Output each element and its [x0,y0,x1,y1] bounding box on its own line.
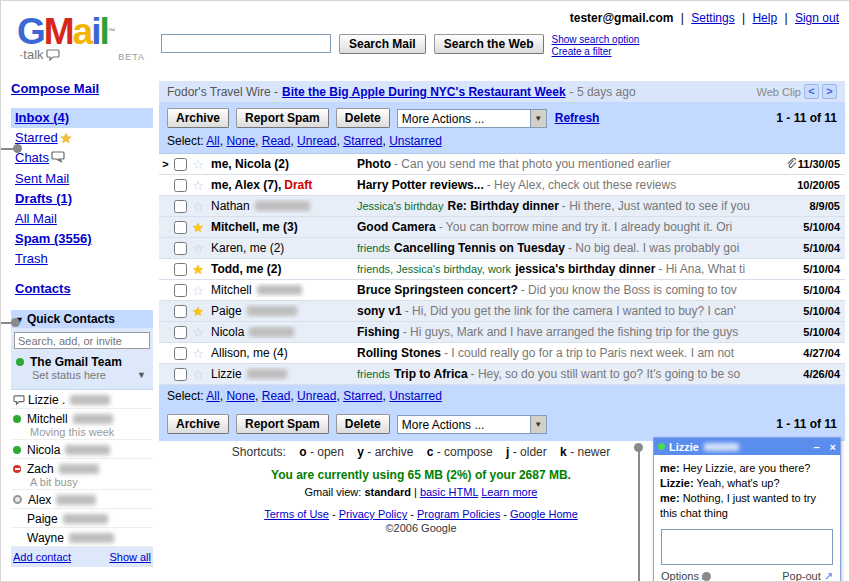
email-row[interactable]: ☆ Karen, me (2) friendsCancelling Tennis… [159,238,845,259]
compose-mail-link[interactable]: Compose Mail [11,81,99,96]
contacts-link[interactable]: Contacts [15,281,71,296]
star-toggle-icon[interactable]: ★ [189,220,207,235]
email-row[interactable]: > ☆ me, Nicola (2) Photo- Can you send m… [159,154,845,175]
delete-button[interactable]: Delete [336,108,390,128]
star-toggle-icon[interactable]: ☆ [189,283,207,298]
contact-row-wayne[interactable]: Wayne [11,528,153,547]
delete-button[interactable]: Delete [336,414,390,434]
star-toggle-icon[interactable]: ☆ [189,346,207,361]
report-spam-button[interactable]: Report Spam [236,414,329,434]
archive-button[interactable]: Archive [167,108,229,128]
sidebar-item-inbox[interactable]: Inbox (4) [11,108,153,128]
star-toggle-icon[interactable]: ★ [189,262,207,277]
sender: Mitchell [211,283,252,297]
sidebar-item-chats[interactable]: Chats [11,148,153,169]
webclip-next-button[interactable]: > [822,84,837,99]
sidebar-item-drafts[interactable]: Drafts (1) [11,189,153,209]
row-checkbox[interactable] [174,263,187,276]
help-link[interactable]: Help [752,11,777,25]
star-toggle-icon[interactable]: ★ [189,304,207,319]
chat-options-button[interactable]: Options ▸ [661,570,708,582]
row-checkbox[interactable] [174,305,187,318]
show-all-link[interactable]: Show all [109,551,151,563]
email-row[interactable]: ★ Paige sony v1- Hi, Did you get the lin… [159,301,845,322]
email-row[interactable]: ☆ Mitchell Bruce Springsteen concert?- D… [159,280,845,301]
webclip-link[interactable]: Bite the Big Apple During NYC's Restaura… [282,85,566,99]
select-unstarred-link[interactable]: Unstarred [389,134,442,148]
row-checkbox[interactable] [174,347,187,360]
sidebar-item-starred[interactable]: Starred★ [11,128,153,148]
row-checkbox[interactable] [174,158,187,171]
email-row[interactable]: ☆ me, Alex (7),Draft Harry Potter review… [159,175,845,196]
select-starred-link[interactable]: Starred [343,389,389,403]
quick-contacts-header[interactable]: ▼Quick Contacts [11,310,153,328]
more-actions-select[interactable]: More Actions ...▼ [397,415,547,434]
email-row[interactable]: ★ Mitchell, me (3) Good Camera- You can … [159,217,845,238]
email-row[interactable]: ☆ Allison, me (4) Rolling Stones- I coul… [159,343,845,364]
select-unread-link[interactable]: Unread [297,134,343,148]
search-input[interactable] [161,34,331,53]
sign-out-link[interactable]: Sign out [795,11,839,25]
select-read-link[interactable]: Read [262,134,297,148]
email-row[interactable]: ★ Todd, me (2) friends, Jessica's birthd… [159,259,845,280]
select-read-link[interactable]: Read [262,389,297,403]
contact-row-mitchell[interactable]: MitchellMoving this week [11,409,153,440]
email-row[interactable]: ☆ Nathan Jessica's birthdayRe: Birthday … [159,196,845,217]
select-all-link[interactable]: All [206,389,226,403]
search-web-button[interactable]: Search the Web [434,34,544,54]
archive-button[interactable]: Archive [167,414,229,434]
select-starred-link[interactable]: Starred [343,134,389,148]
refresh-link[interactable]: Refresh [555,111,600,125]
select-all-link[interactable]: All [206,134,226,148]
google-home-link[interactable]: Google Home [510,508,578,520]
row-checkbox[interactable] [174,200,187,213]
contact-row-nicola[interactable]: Nicola [11,440,153,459]
sidebar-item-sent-mail[interactable]: Sent Mail [11,169,153,189]
chat-header[interactable]: Lizzie – × [654,438,840,455]
email-row[interactable]: ☆ Nicola Fishing- Hi guys, Mark and I ha… [159,322,845,343]
minimize-icon[interactable]: – [813,441,819,453]
chat-input[interactable] [661,529,833,565]
select-unread-link[interactable]: Unread [297,389,343,403]
row-checkbox[interactable] [174,326,187,339]
basic-html-link[interactable]: basic HTML [420,486,478,498]
star-toggle-icon[interactable]: ☆ [189,367,207,382]
star-toggle-icon[interactable]: ☆ [189,199,207,214]
quick-contacts-search-input[interactable] [14,332,150,349]
more-actions-select[interactable]: More Actions ...▼ [397,109,547,128]
star-toggle-icon[interactable]: ☆ [189,157,207,172]
star-toggle-icon[interactable]: ☆ [189,241,207,256]
learn-more-link[interactable]: Learn more [481,486,537,498]
row-checkbox[interactable] [174,221,187,234]
row-checkbox[interactable] [174,242,187,255]
privacy-link[interactable]: Privacy Policy [339,508,417,520]
terms-link[interactable]: Terms of Use [264,508,339,520]
report-spam-button[interactable]: Report Spam [236,108,329,128]
star-toggle-icon[interactable]: ☆ [189,325,207,340]
contact-row-zach[interactable]: ZachA bit busy [11,459,153,490]
close-icon[interactable]: × [830,441,836,453]
search-mail-button[interactable]: Search Mail [339,34,426,54]
email-row[interactable]: ☆ Lizzie friendsTrip to Africa- Hey, so … [159,364,845,385]
star-toggle-icon[interactable]: ☆ [189,178,207,193]
add-contact-link[interactable]: Add contact [13,551,71,563]
chat-popout-button[interactable]: Pop-out ↗ [782,570,833,582]
select-none-link[interactable]: None [226,389,261,403]
row-checkbox[interactable] [174,179,187,192]
sidebar-item-spam[interactable]: Spam (3556) [11,229,153,249]
webclip-prev-button[interactable]: < [804,84,819,99]
row-checkbox[interactable] [174,284,187,297]
sidebar-item-all-mail[interactable]: All Mail [11,209,153,229]
program-policies-link[interactable]: Program Policies [417,508,510,520]
row-checkbox[interactable] [174,368,187,381]
contact-row-alex[interactable]: Alex [11,490,153,509]
select-unstarred-link[interactable]: Unstarred [389,389,442,403]
select-none-link[interactable]: None [226,134,261,148]
show-search-options-link[interactable]: Show search option [552,34,640,46]
settings-link[interactable]: Settings [691,11,734,25]
contact-row-lizzie[interactable]: Lizzie . [11,390,153,409]
sidebar-item-trash[interactable]: Trash [11,249,153,269]
contact-row-paige[interactable]: Paige [11,509,153,528]
set-status-control[interactable]: Set status here▼ [16,369,148,381]
create-filter-link[interactable]: Create a filter [552,46,640,58]
